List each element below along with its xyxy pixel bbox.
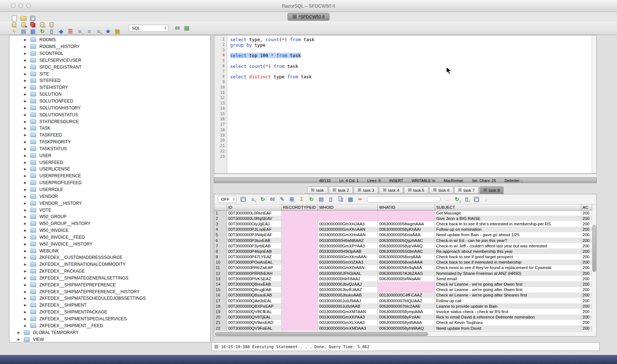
tab-close-icon[interactable]: ☒ bbox=[358, 188, 361, 192]
row-number-cell[interactable]: 17 bbox=[214, 298, 226, 303]
table-cell[interactable]: 006300000058ympAAA bbox=[377, 309, 435, 314]
tree-item-vote[interactable]: ▶VOTE bbox=[9, 207, 210, 213]
row-number-cell[interactable]: 3 bbox=[214, 221, 226, 226]
disclosure-triangle-icon[interactable]: ▶ bbox=[23, 65, 27, 69]
table-cell[interactable] bbox=[377, 281, 435, 287]
table-cell[interactable]: 00T3000000QV8wsEAD bbox=[226, 320, 281, 325]
table-cell[interactable]: 0033000000GmXMDAA3 bbox=[318, 325, 377, 331]
table-cell[interactable]: Check w/ Leanne - we're going after Shea… bbox=[435, 292, 581, 298]
table-cell[interactable]: 006300000058xrqAAA bbox=[377, 254, 435, 260]
disclosure-triangle-icon[interactable]: ▶ bbox=[23, 181, 27, 185]
edit-cell-icon[interactable]: ✎ bbox=[279, 196, 285, 203]
table-cell[interactable]: 200 bbox=[581, 315, 592, 320]
table-cell[interactable]: 200 bbox=[581, 270, 592, 276]
disclosure-triangle-icon[interactable]: ▶ bbox=[23, 188, 27, 191]
disclosure-triangle-icon[interactable]: ▶ bbox=[17, 338, 21, 341]
code-line[interactable] bbox=[230, 149, 592, 154]
table-cell[interactable]: 200 bbox=[581, 325, 592, 331]
table-cell[interactable]: Check back to see if interested in membe… bbox=[435, 260, 581, 265]
result-tab-task-7[interactable]: ☒task 7 bbox=[454, 186, 479, 194]
code-line[interactable] bbox=[230, 79, 592, 85]
column-header-id[interactable]: ID bbox=[226, 204, 281, 210]
view-glasses-icon[interactable]: 66 bbox=[269, 196, 276, 203]
disclosure-triangle-icon[interactable]: ▶ bbox=[23, 72, 27, 76]
lightning-icon[interactable]: ϟ bbox=[11, 28, 17, 35]
table-cell[interactable]: 00T3000000QAeJbEAL bbox=[226, 298, 281, 303]
table-cell[interactable] bbox=[281, 287, 318, 292]
row-number-cell[interactable]: 4 bbox=[214, 227, 226, 232]
table-cell[interactable]: Check nexis to see if they've found a re… bbox=[435, 265, 581, 270]
table-cell[interactable]: 200 bbox=[581, 303, 592, 309]
table-cell[interactable] bbox=[281, 227, 318, 232]
row-number-cell[interactable]: 19 bbox=[214, 309, 226, 314]
table-cell[interactable] bbox=[281, 270, 318, 276]
tree-item-scontrol[interactable]: ▶SCONTROL bbox=[9, 50, 210, 57]
disclosure-triangle-icon[interactable]: ▶ bbox=[23, 324, 27, 328]
database-icon[interactable] bbox=[48, 22, 55, 28]
code-line[interactable] bbox=[230, 101, 592, 106]
disclosure-triangle-icon[interactable]: ▶ bbox=[23, 120, 27, 124]
table-cell[interactable]: Check w/ Leanne - we're going after Owen… bbox=[435, 287, 581, 292]
tree-item-view[interactable]: ▶VIEW bbox=[9, 336, 210, 342]
table-cell[interactable]: 006300000058yhWAAQ bbox=[377, 325, 435, 331]
highlight-pen-icon[interactable]: ✒ bbox=[357, 196, 363, 203]
table-cell[interactable]: Check back to see if good target prospec… bbox=[435, 254, 581, 260]
code-line[interactable] bbox=[230, 143, 592, 149]
tree-item-userfeed[interactable]: ▶USERFEED bbox=[9, 159, 210, 166]
table-cell[interactable]: 0033000000H9aNBAAZ bbox=[318, 238, 377, 243]
disclosure-triangle-icon[interactable]: ▶ bbox=[23, 133, 27, 137]
table-row[interactable]: 1400T3000000Q8rexEAB0033000000JbvQzAAJCh… bbox=[214, 281, 592, 287]
table-cell[interactable]: Rick to email David & reference Delmonte… bbox=[435, 315, 581, 320]
code-line[interactable] bbox=[230, 69, 592, 74]
table-row[interactable]: 300T3000000OiyJgEAJ0033000000GmXHJAA3006… bbox=[214, 221, 592, 226]
tree-item-site[interactable]: ▶SITE bbox=[9, 70, 210, 77]
table-row[interactable]: 1900T3000000QV8CfEAL0033000000GmXM7AAN00… bbox=[214, 309, 592, 314]
table-cell[interactable]: 0033000000GmXKnAAN bbox=[318, 227, 377, 232]
disclosure-triangle-icon[interactable]: ▶ bbox=[23, 310, 27, 314]
disclosure-triangle-icon[interactable]: ▶ bbox=[23, 269, 27, 273]
sql-mode-select[interactable]: SQL ▲▼ bbox=[129, 25, 168, 32]
save-results-icon[interactable] bbox=[240, 196, 246, 203]
tree-item-userrole[interactable]: ▶USERROLE bbox=[9, 186, 210, 193]
column-header-subject[interactable]: SUBJECT bbox=[435, 204, 581, 210]
table-cell[interactable] bbox=[377, 216, 435, 221]
disclosure-triangle-icon[interactable]: ▶ bbox=[23, 235, 27, 239]
export-table-icon[interactable]: ▦ bbox=[114, 28, 121, 35]
row-number-cell[interactable]: 13 bbox=[214, 276, 226, 281]
code-line[interactable]: select distinct type from task bbox=[230, 74, 592, 79]
reload-page-icon[interactable]: ↻ bbox=[308, 196, 315, 203]
table-cell[interactable]: 200 bbox=[581, 227, 592, 232]
column-header-whatid[interactable]: WHATID bbox=[377, 204, 435, 210]
table-cell[interactable] bbox=[281, 298, 318, 303]
table-cell[interactable] bbox=[281, 210, 318, 216]
table-cell[interactable]: 006300000058xw5AAA bbox=[377, 260, 435, 265]
row-number-cell[interactable]: 20 bbox=[214, 315, 226, 320]
table-cell[interactable]: 00630000005xfWaAAI bbox=[377, 276, 435, 281]
disclosure-triangle-icon[interactable]: ▶ bbox=[17, 331, 21, 334]
align-lines-icon[interactable]: ≡ bbox=[86, 28, 92, 35]
tree-item-vendor[interactable]: ▶VENDOR bbox=[9, 193, 210, 200]
column-header-recordtypeid[interactable]: RECORDTYPEID bbox=[281, 204, 318, 210]
table-cell[interactable]: 0033000000Ju9zlAAB bbox=[318, 303, 377, 309]
table-cell[interactable] bbox=[281, 309, 318, 314]
help-book-icon[interactable]: ◆ bbox=[58, 28, 64, 35]
row-number-cell[interactable]: 21 bbox=[214, 320, 226, 325]
copy-connection-icon[interactable] bbox=[30, 22, 36, 28]
table-cell[interactable]: 006300000058ypVAAQ bbox=[377, 243, 435, 248]
table-cell[interactable]: 00T3000000P3tuvEAB bbox=[226, 238, 281, 243]
disclosure-triangle-icon[interactable]: ▶ bbox=[23, 283, 27, 287]
tree-item-zkfedex-shipmentpackage[interactable]: ▶ZKFEDEX__SHIPMENTPACKAGE bbox=[9, 309, 210, 316]
code-line[interactable] bbox=[230, 138, 592, 143]
table-cell[interactable]: 00T3000000Q8rexEAB bbox=[226, 281, 281, 287]
table-cell[interactable]: 200 bbox=[581, 254, 592, 260]
table-cell[interactable]: 00T3000000POeAnEAL bbox=[226, 260, 281, 265]
export-results-icon[interactable]: ↻▯ bbox=[454, 196, 460, 203]
close-window-icon[interactable] bbox=[11, 3, 16, 8]
tab-close-icon[interactable]: ☒ bbox=[311, 188, 315, 192]
table-cell[interactable]: 00T3000000PRR8rEAH bbox=[226, 270, 281, 276]
table-cell[interactable] bbox=[281, 243, 318, 248]
table-cell[interactable]: Follow-up on nomination bbox=[435, 227, 581, 232]
disclosure-triangle-icon[interactable]: ▶ bbox=[23, 79, 27, 82]
table-cell[interactable]: 200 bbox=[581, 287, 592, 292]
tab-close-icon[interactable]: ☒ bbox=[292, 14, 297, 20]
